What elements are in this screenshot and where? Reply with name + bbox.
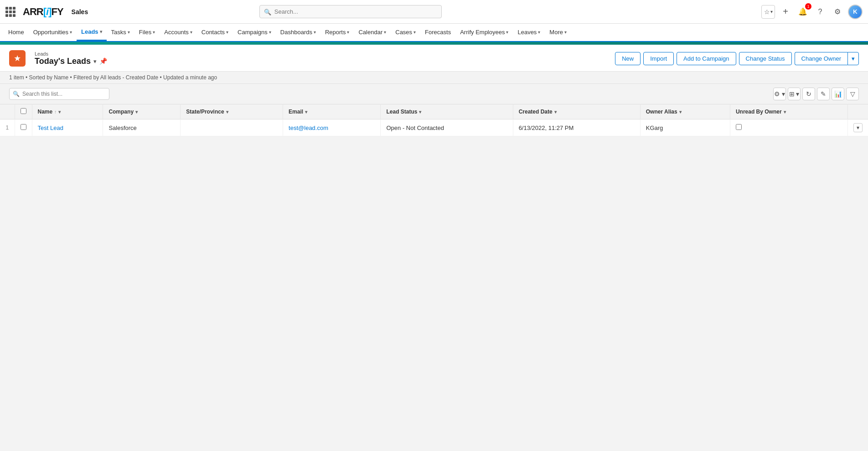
- list-search-wrap: 🔍: [9, 88, 109, 100]
- help-icon-btn[interactable]: ?: [813, 5, 827, 19]
- th-email-chevron[interactable]: ▾: [305, 109, 307, 114]
- breadcrumb: Leads: [35, 51, 107, 57]
- edit-list-icon[interactable]: ✎: [817, 88, 830, 100]
- list-toolbar: 🔍 ⚙ ▾ ⊞ ▾ ↻ ✎ 📊 ▽: [0, 84, 868, 104]
- th-owner-alias[interactable]: Owner Alias ▾: [640, 104, 730, 119]
- top-bar: ARR[i]FY Sales 🔍 ☆▾ + 🔔 1 ? ⚙ K: [0, 0, 868, 24]
- nav-item-campaigns[interactable]: Campaigns ▾: [233, 24, 276, 41]
- favorites-icon-btn[interactable]: ☆▾: [761, 5, 775, 19]
- nav-item-contacts[interactable]: Contacts ▾: [197, 24, 233, 41]
- bell-icon-btn[interactable]: 🔔 1: [796, 5, 810, 19]
- leads-table: Name ↑ ▾ Company ▾ State/Province ▾: [0, 104, 868, 136]
- nav-item-tasks[interactable]: Tasks ▾: [107, 24, 134, 41]
- logo: ARR[i]FY: [23, 6, 63, 18]
- td-lead-status: Open - Not Contacted: [381, 119, 513, 136]
- td-checkbox[interactable]: [15, 119, 32, 136]
- subheader: 1 item • Sorted by Name • Filtered by Al…: [0, 72, 868, 84]
- th-state[interactable]: State/Province ▾: [181, 104, 283, 119]
- td-created-date: 6/13/2022, 11:27 PM: [513, 119, 640, 136]
- th-name-chevron[interactable]: ▾: [58, 109, 61, 114]
- unread-checkbox[interactable]: [736, 124, 742, 130]
- th-owner-alias-label: Owner Alias: [646, 109, 677, 115]
- th-created-date-chevron[interactable]: ▾: [554, 109, 557, 114]
- td-owner-alias: KGarg: [640, 119, 730, 136]
- nav-bar: Home Opportunities ▾ Leads ▾ Tasks ▾ Fil…: [0, 24, 868, 42]
- nav-item-calendar[interactable]: Calendar ▾: [354, 24, 391, 41]
- th-name[interactable]: Name ↑ ▾: [32, 104, 103, 119]
- th-actions: [848, 104, 868, 119]
- th-unread-by-owner[interactable]: Unread By Owner ▾: [730, 104, 847, 119]
- search-icon: 🔍: [264, 8, 271, 15]
- list-search-input[interactable]: [9, 88, 109, 100]
- td-unread[interactable]: [730, 119, 847, 136]
- grid-menu-icon[interactable]: [5, 7, 16, 17]
- th-created-date[interactable]: Created Date ▾: [513, 104, 640, 119]
- nav-item-cases[interactable]: Cases ▾: [391, 24, 420, 41]
- th-owner-alias-chevron[interactable]: ▾: [679, 109, 682, 114]
- top-icons: ☆▾ + 🔔 1 ? ⚙ K: [761, 5, 863, 19]
- td-state: [181, 119, 283, 136]
- th-company[interactable]: Company ▾: [103, 104, 181, 119]
- nav-item-files[interactable]: Files ▾: [134, 24, 160, 41]
- import-button[interactable]: Import: [643, 52, 674, 65]
- content-area: [0, 136, 868, 451]
- pin-icon[interactable]: 📌: [99, 57, 107, 65]
- th-company-chevron[interactable]: ▾: [135, 109, 138, 114]
- lead-name-link[interactable]: Test Lead: [38, 124, 63, 131]
- new-button[interactable]: New: [615, 52, 641, 65]
- nav-item-accounts[interactable]: Accounts ▾: [160, 24, 196, 41]
- list-search-icon: 🔍: [13, 91, 20, 97]
- nav-item-dashboards[interactable]: Dashboards ▾: [276, 24, 320, 41]
- th-email[interactable]: Email ▾: [283, 104, 381, 119]
- add-icon-btn[interactable]: +: [779, 5, 792, 19]
- user-avatar[interactable]: K: [848, 5, 863, 19]
- nav-item-more[interactable]: More ▾: [545, 24, 571, 41]
- row-checkbox[interactable]: [21, 124, 26, 130]
- th-company-label: Company: [108, 109, 134, 115]
- lead-email-link[interactable]: test@lead.com: [289, 124, 328, 131]
- filter-icon[interactable]: ▽: [846, 88, 859, 100]
- th-checkbox[interactable]: [15, 104, 32, 119]
- global-search: 🔍: [259, 5, 442, 18]
- th-created-date-label: Created Date: [519, 109, 553, 115]
- app-name: Sales: [72, 8, 88, 16]
- td-email: test@lead.com: [283, 119, 381, 136]
- columns-icon[interactable]: ⊞ ▾: [788, 88, 801, 100]
- th-state-chevron[interactable]: ▾: [226, 109, 228, 114]
- nav-item-home[interactable]: Home: [4, 24, 29, 41]
- row-action-button[interactable]: ▾: [853, 123, 863, 132]
- nav-item-leaves[interactable]: Leaves ▾: [513, 24, 545, 41]
- settings-icon-btn[interactable]: ⚙: [831, 5, 844, 19]
- th-lead-status-label: Lead Status: [386, 109, 417, 115]
- search-input[interactable]: [259, 5, 442, 18]
- th-lead-status[interactable]: Lead Status ▾: [381, 104, 513, 119]
- row-num: 1: [0, 119, 15, 136]
- list-subtitle: 1 item • Sorted by Name • Filtered by Al…: [9, 74, 217, 81]
- th-unread-label: Unread By Owner: [736, 109, 782, 115]
- change-owner-button[interactable]: Change Owner: [795, 52, 847, 65]
- th-state-label: State/Province: [186, 109, 224, 115]
- refresh-icon[interactable]: ↻: [802, 88, 815, 100]
- nav-item-arrify-employees[interactable]: Arrify Employees ▾: [455, 24, 513, 41]
- nav-item-reports[interactable]: Reports ▾: [320, 24, 354, 41]
- table-container: Name ↑ ▾ Company ▾ State/Province ▾: [0, 104, 868, 136]
- nav-item-opportunities[interactable]: Opportunities ▾: [29, 24, 77, 41]
- title-dropdown-icon[interactable]: ▾: [93, 58, 97, 65]
- th-lead-status-chevron[interactable]: ▾: [419, 109, 421, 114]
- chart-icon[interactable]: 📊: [832, 88, 844, 100]
- table-row: 1 Test Lead Salesforce test@lead.com Ope…: [0, 119, 868, 136]
- change-owner-dropdown[interactable]: ▾: [847, 52, 859, 65]
- select-all-checkbox[interactable]: [21, 108, 26, 114]
- th-unread-chevron[interactable]: ▾: [784, 109, 786, 114]
- th-name-sort-icon: ↑: [54, 109, 57, 114]
- list-toolbar-right: ⚙ ▾ ⊞ ▾ ↻ ✎ 📊 ▽: [773, 88, 859, 100]
- object-icon: ★: [9, 50, 26, 67]
- td-row-actions[interactable]: ▾: [848, 119, 868, 136]
- add-to-campaign-button[interactable]: Add to Campaign: [677, 52, 736, 65]
- nav-item-forecasts[interactable]: Forecasts: [420, 24, 455, 41]
- change-owner-group: Change Owner ▾: [795, 52, 859, 65]
- change-status-button[interactable]: Change Status: [739, 52, 792, 65]
- nav-item-leads[interactable]: Leads ▾: [77, 24, 107, 41]
- settings-list-icon[interactable]: ⚙ ▾: [773, 88, 786, 100]
- td-name: Test Lead: [32, 119, 103, 136]
